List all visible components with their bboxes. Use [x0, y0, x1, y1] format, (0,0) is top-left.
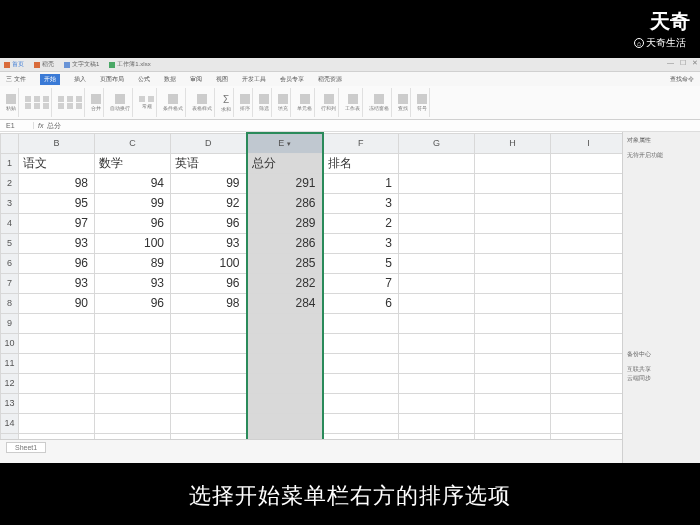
tab-doc1[interactable]: 文字文稿1 — [64, 60, 99, 69]
ribbon-font[interactable] — [23, 88, 52, 117]
tab-home[interactable]: 首页 — [4, 60, 24, 69]
row-2[interactable]: 2 989499 2911 — [1, 173, 623, 193]
ribbon-style[interactable]: 表格样式 — [190, 88, 215, 117]
fx-icon[interactable]: fx — [34, 122, 47, 129]
row-9[interactable]: 9 — [1, 313, 623, 333]
row-7[interactable]: 7 939396 2827 — [1, 273, 623, 293]
ribbon-cell[interactable]: 单元格 — [295, 88, 315, 117]
ribbon-sheet[interactable]: 工作表 — [343, 88, 363, 117]
task-pane: 对象属性 无待开启功能 备份中心 互联共享 云端同步 — [622, 132, 700, 463]
menu-resource[interactable]: 稻壳资源 — [318, 75, 342, 84]
col-D[interactable]: D — [171, 133, 247, 153]
ribbon: 粘贴 合并 自动换行 常规 条件格式 表格样式 Σ求和 排序 筛选 填充 单元格… — [0, 86, 700, 120]
menubar: 三 文件 开始 插入 页面布局 公式 数据 审阅 视图 开发工具 会员专享 稻壳… — [0, 72, 700, 86]
row-11[interactable]: 11 — [1, 353, 623, 373]
menu-file[interactable]: 三 文件 — [6, 75, 26, 84]
watermark-sub: ⌂天奇生活 — [634, 36, 686, 50]
menu-view[interactable]: 视图 — [216, 75, 228, 84]
row-3[interactable]: 3 959992 2863 — [1, 193, 623, 213]
window-controls: — ☐ ✕ — [667, 59, 698, 67]
ribbon-condfmt[interactable]: 条件格式 — [161, 88, 186, 117]
ribbon-sum[interactable]: Σ求和 — [219, 88, 234, 117]
ribbon-number[interactable]: 常规 — [137, 88, 157, 117]
ribbon-fill[interactable]: 填充 — [276, 88, 291, 117]
col-F[interactable]: F — [323, 133, 399, 153]
col-C[interactable]: C — [95, 133, 171, 153]
sheet-tab[interactable]: Sheet1 — [6, 442, 46, 453]
menu-vip[interactable]: 会员专享 — [280, 75, 304, 84]
name-box[interactable]: E1 — [4, 122, 34, 129]
row-5[interactable]: 5 9310093 2863 — [1, 233, 623, 253]
ribbon-clipboard[interactable]: 粘贴 — [4, 88, 19, 117]
window-tabbar: 首页 稻壳 文字文稿1 工作簿1.xlsx — ☐ ✕ — [0, 58, 700, 72]
formula-input[interactable]: 总分 — [47, 121, 61, 131]
row-14[interactable]: 14 — [1, 413, 623, 433]
spreadsheet-grid[interactable]: B C D E ▾ F G H I 1 语文 数学 英语 总分 排名 — [0, 132, 622, 463]
backup-title: 备份中心 — [627, 350, 697, 359]
menu-search[interactable]: 查找命令 — [670, 75, 694, 84]
ribbon-sort[interactable]: 排序 — [238, 88, 253, 117]
maximize-icon[interactable]: ☐ — [680, 59, 686, 67]
status-bar: Sheet1 — [0, 439, 622, 463]
column-header-row: B C D E ▾ F G H I — [1, 133, 623, 153]
backup-item-1[interactable]: 互联共享 — [627, 365, 697, 374]
select-all-corner[interactable] — [1, 133, 19, 153]
col-I[interactable]: I — [551, 133, 623, 153]
minimize-icon[interactable]: — — [667, 59, 674, 67]
ribbon-freeze[interactable]: 冻结窗格 — [367, 88, 392, 117]
menu-formula[interactable]: 公式 — [138, 75, 150, 84]
menu-data[interactable]: 数据 — [164, 75, 176, 84]
backup-item-2[interactable]: 云端同步 — [627, 374, 697, 383]
ribbon-wrap[interactable]: 自动换行 — [108, 88, 133, 117]
pane-title: 对象属性 — [627, 136, 696, 145]
video-subtitle: 选择开始菜单栏右方的排序选项 — [0, 481, 700, 511]
tab-docer[interactable]: 稻壳 — [34, 60, 54, 69]
row-1[interactable]: 1 语文 数学 英语 总分 排名 — [1, 153, 623, 173]
ribbon-align[interactable] — [56, 88, 85, 117]
spreadsheet-app: 首页 稻壳 文字文稿1 工作簿1.xlsx — ☐ ✕ 三 文件 开始 插入 页… — [0, 58, 700, 463]
col-E[interactable]: E ▾ — [247, 133, 323, 153]
col-G[interactable]: G — [399, 133, 475, 153]
ribbon-find[interactable]: 查找 — [396, 88, 411, 117]
row-13[interactable]: 13 — [1, 393, 623, 413]
ribbon-symbol[interactable]: 符号 — [415, 88, 430, 117]
row-10[interactable]: 10 — [1, 333, 623, 353]
ribbon-filter[interactable]: 筛选 — [257, 88, 272, 117]
menu-insert[interactable]: 插入 — [74, 75, 86, 84]
ribbon-row[interactable]: 行和列 — [319, 88, 339, 117]
menu-layout[interactable]: 页面布局 — [100, 75, 124, 84]
menu-review[interactable]: 审阅 — [190, 75, 202, 84]
tab-workbook[interactable]: 工作簿1.xlsx — [109, 60, 150, 69]
watermark-main: 天奇 — [650, 8, 690, 35]
menu-start[interactable]: 开始 — [40, 74, 60, 85]
formula-bar: E1 fx 总分 — [0, 120, 700, 132]
col-B[interactable]: B — [19, 133, 95, 153]
row-4[interactable]: 4 979696 2892 — [1, 213, 623, 233]
row-8[interactable]: 8 909698 2846 — [1, 293, 623, 313]
menu-dev[interactable]: 开发工具 — [242, 75, 266, 84]
row-6[interactable]: 6 9689100 2855 — [1, 253, 623, 273]
close-icon[interactable]: ✕ — [692, 59, 698, 67]
col-H[interactable]: H — [475, 133, 551, 153]
pane-sub: 无待开启功能 — [627, 151, 696, 160]
row-12[interactable]: 12 — [1, 373, 623, 393]
ribbon-merge[interactable]: 合并 — [89, 88, 104, 117]
